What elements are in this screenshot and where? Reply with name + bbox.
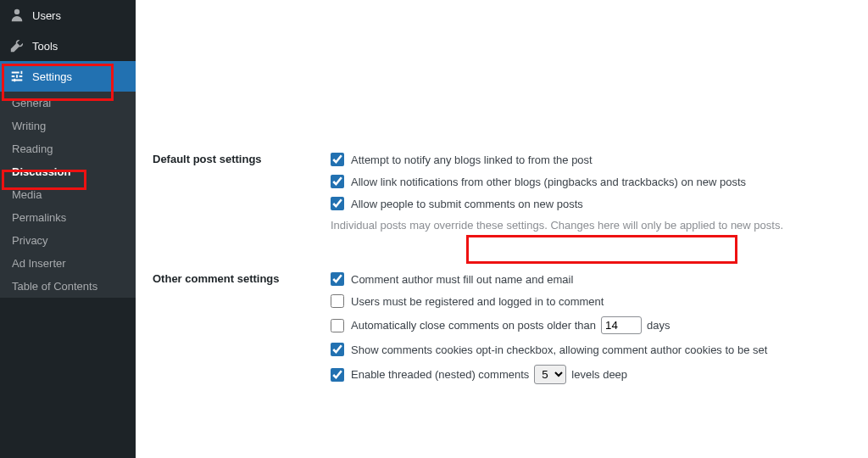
checkbox-notify[interactable]	[331, 153, 344, 166]
sidebar-item-tools[interactable]: Tools	[0, 31, 136, 61]
opt-cookies[interactable]: Show comments cookies opt-in checkbox, a…	[331, 343, 851, 356]
default-post-note: Individual posts may override these sett…	[331, 219, 851, 232]
checkbox-allow-comments[interactable]	[331, 197, 344, 210]
section-heading: Default post settings	[153, 153, 331, 238]
autoclose-days-input[interactable]	[601, 316, 642, 334]
opt-label: Users must be registered and logged in t…	[351, 295, 604, 308]
sidebar-sub-general[interactable]: General	[0, 92, 136, 114]
sidebar-sub-toc[interactable]: Table of Contents	[0, 275, 136, 298]
sidebar-sub-writing[interactable]: Writing	[0, 114, 136, 137]
wrench-icon	[8, 37, 25, 54]
checkbox-threaded[interactable]	[331, 368, 344, 382]
opt-label: Allow people to submit comments on new p…	[351, 198, 583, 210]
checkbox-cookies[interactable]	[331, 343, 344, 356]
user-icon	[8, 7, 25, 24]
checkbox-registered[interactable]	[331, 294, 344, 308]
sidebar-item-settings[interactable]: Settings	[0, 61, 136, 92]
checkbox-autoclose[interactable]	[331, 319, 344, 332]
sidebar-sub-ad-inserter[interactable]: Ad Inserter	[0, 252, 136, 275]
sidebar-item-label: Users	[32, 9, 61, 22]
sidebar-sub-discussion[interactable]: Discussion	[0, 160, 136, 183]
content-area: Default post settings Attempt to notify …	[136, 0, 868, 458]
checkbox-name-email[interactable]	[331, 272, 344, 286]
sidebar-sub-permalinks[interactable]: Permalinks	[0, 206, 136, 229]
sidebar-sub-reading[interactable]: Reading	[0, 137, 136, 160]
opt-name-email[interactable]: Comment author must fill out name and em…	[331, 272, 851, 286]
sidebar-sub-privacy[interactable]: Privacy	[0, 229, 136, 252]
section-body: Attempt to notify any blogs linked to fr…	[331, 153, 851, 238]
opt-allow-comments[interactable]: Allow people to submit comments on new p…	[331, 197, 851, 210]
section-heading: Other comment settings	[153, 272, 331, 393]
opt-label-pre: Enable threaded (nested) comments	[351, 368, 529, 381]
opt-label: Allow link notifications from other blog…	[351, 176, 746, 188]
threaded-levels-select[interactable]: 5	[534, 365, 566, 384]
opt-label-post: days	[647, 319, 670, 332]
checkbox-pingback[interactable]	[331, 175, 344, 188]
sidebar-item-users[interactable]: Users	[0, 0, 136, 31]
sidebar-item-label: Settings	[32, 70, 72, 83]
section-body: Comment author must fill out name and em…	[331, 272, 851, 393]
sliders-icon	[8, 68, 25, 85]
settings-submenu: General Writing Reading Discussion Media…	[0, 92, 136, 298]
opt-label-post: levels deep	[571, 368, 627, 381]
sidebar-sub-media[interactable]: Media	[0, 183, 136, 206]
sidebar-item-label: Tools	[32, 40, 58, 53]
opt-label: Show comments cookies opt-in checkbox, a…	[351, 344, 767, 356]
opt-threaded[interactable]: Enable threaded (nested) comments 5 leve…	[331, 365, 851, 384]
admin-sidebar: Users Tools Settings General Writing Rea…	[0, 0, 136, 458]
section-default-post-settings: Default post settings Attempt to notify …	[136, 144, 868, 247]
section-other-comment-settings: Other comment settings Comment author mu…	[136, 264, 868, 401]
opt-notify[interactable]: Attempt to notify any blogs linked to fr…	[331, 153, 851, 166]
opt-label: Comment author must fill out name and em…	[351, 273, 573, 286]
opt-label: Attempt to notify any blogs linked to fr…	[351, 154, 593, 166]
opt-label-pre: Automatically close comments on posts ol…	[351, 319, 596, 332]
opt-registered[interactable]: Users must be registered and logged in t…	[331, 294, 851, 308]
opt-autoclose[interactable]: Automatically close comments on posts ol…	[331, 316, 851, 334]
opt-pingback[interactable]: Allow link notifications from other blog…	[331, 175, 851, 188]
